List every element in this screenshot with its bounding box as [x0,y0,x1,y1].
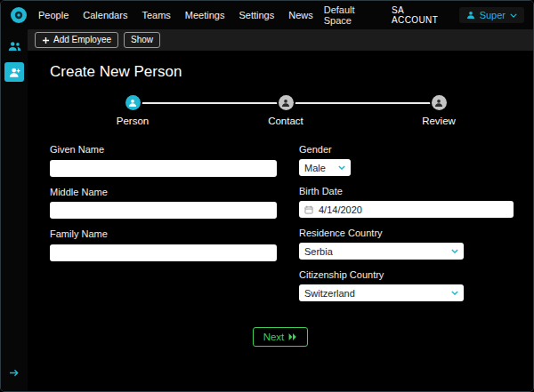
family-name-input[interactable] [50,244,277,261]
residence-country-label: Residence Country [299,228,514,238]
nav-item-news[interactable]: News [288,10,313,20]
step-contact-label: Contact [268,116,303,126]
given-name-input[interactable] [50,160,277,177]
default-space-selector[interactable]: Default Space [324,4,377,26]
residence-country-value: Serbia [304,246,333,257]
birth-date-input[interactable]: 4/14/2020 [299,201,514,218]
chevron-down-icon [451,249,458,253]
family-name-field: Family Name [50,228,277,261]
form-column-left: Given Name Middle Name Family Name [50,144,277,311]
given-name-field: Given Name [50,144,277,177]
nav-item-teams[interactable]: Teams [142,10,170,20]
page-title: Create New Person [50,63,511,81]
sidebar-item-people-icon[interactable] [4,36,24,56]
gender-field: Gender Male [299,144,514,176]
calendar-icon [304,205,313,214]
gender-select[interactable]: Male [299,159,351,176]
nav-item-meetings[interactable]: Meetings [185,10,225,20]
birth-date-field: Birth Date 4/14/2020 [299,186,514,218]
step-person-label: Person [117,116,149,126]
sidebar [1,29,28,391]
form-column-right: Gender Male Birth Date [299,144,514,311]
citizenship-country-value: Switzerland [304,288,355,299]
step-review-label: Review [422,116,456,126]
chevron-down-icon [510,13,517,18]
chevron-down-icon [451,291,458,295]
citizenship-country-field: Citizenship Country Switzerland [299,269,514,301]
step-contact[interactable]: Contact [255,95,317,126]
chevron-down-icon [338,165,345,170]
double-chevron-right-icon [288,333,297,340]
show-label: Show [131,35,153,45]
step-person[interactable]: Person [101,95,164,126]
step-contact-icon [279,95,294,110]
main-area: Add Employee Show Create New Person [28,29,533,391]
birth-date-value: 4/14/2020 [319,204,362,215]
user-menu[interactable]: Super [459,7,524,23]
app-logo-icon[interactable] [10,6,28,24]
body-row: Add Employee Show Create New Person [1,29,533,391]
add-employee-button[interactable]: Add Employee [35,32,118,48]
app-window: People Calendars Teams Meetings Settings… [0,0,534,392]
content: Create New Person Person [28,51,533,391]
account-label[interactable]: SA ACCOUNT [392,5,445,25]
step-review-icon [432,95,447,110]
step-person-icon [125,95,141,110]
next-label: Next [263,332,285,342]
step-review[interactable]: Review [408,95,470,126]
middle-name-input[interactable] [50,202,277,219]
next-button[interactable]: Next [253,327,309,347]
middle-name-field: Middle Name [50,187,277,220]
middle-name-label: Middle Name [50,187,277,197]
gender-value: Male [304,163,326,173]
family-name-label: Family Name [50,228,277,239]
nav-item-settings[interactable]: Settings [239,10,274,20]
navbar-right: Default Space SA ACCOUNT Super [324,4,524,26]
nav-item-calendars[interactable]: Calendars [83,10,127,20]
main-nav: People Calendars Teams Meetings Settings… [38,10,313,20]
citizenship-country-label: Citizenship Country [299,269,514,280]
user-icon [466,11,475,20]
show-button[interactable]: Show [124,32,160,48]
sidebar-collapse-icon[interactable] [4,363,24,382]
user-name: Super [480,10,506,20]
stepper: Person Contact [50,95,511,126]
create-person-form: Given Name Middle Name Family Name [50,144,511,311]
form-actions: Next [50,327,511,347]
residence-country-select[interactable]: Serbia [299,243,464,260]
top-navbar: People Calendars Teams Meetings Settings… [1,1,533,29]
residence-country-field: Residence Country Serbia [299,228,514,260]
nav-item-people[interactable]: People [38,10,69,20]
birth-date-label: Birth Date [299,186,514,196]
toolbar: Add Employee Show [28,29,533,51]
sidebar-item-create-person-icon[interactable] [4,62,24,82]
gender-label: Gender [299,144,514,155]
given-name-label: Given Name [50,144,277,155]
add-employee-label: Add Employee [53,35,111,45]
citizenship-country-select[interactable]: Switzerland [299,284,464,301]
plus-icon [42,36,50,44]
